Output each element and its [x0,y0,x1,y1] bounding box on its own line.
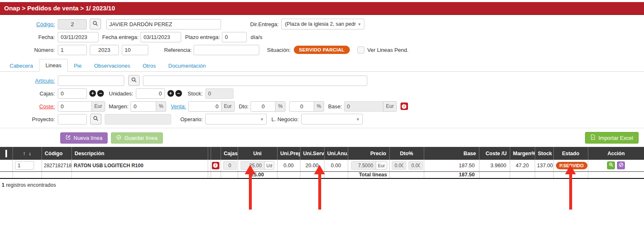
margen-input[interactable] [130,101,156,112]
row-select-cell[interactable] [0,160,12,171]
coste-input[interactable] [58,101,92,112]
row-dto1-input[interactable] [392,161,406,170]
articulo-code-input[interactable] [58,76,124,86]
codigo-search-button[interactable] [90,19,101,29]
fecha-label: Fecha: [0,34,55,40]
articulo-link[interactable]: Artículo: [35,78,55,84]
row-view-button[interactable] [607,161,615,169]
select-all-checkbox[interactable] [5,150,7,157]
tab-cabecera[interactable]: Cabecera [3,59,39,72]
tab-lineas[interactable]: Lineas [39,59,67,72]
venta-link[interactable]: Venta: [171,103,186,110]
margen-suffix: % [156,101,166,112]
accion-column-header: Acción [588,147,644,160]
dto-column-header: Dto% [389,147,424,160]
precio-column-header: Precio [348,147,389,160]
unidades-plus-button[interactable]: + [167,90,174,97]
totals-cell [277,171,300,178]
operario-select[interactable]: ▾ [205,114,267,124]
serie-input[interactable] [122,45,148,55]
row-cajas-input[interactable] [223,161,237,170]
row-descripcion-cell: RATON USB LOGITECH R100 [71,160,208,171]
ver-lineas-checkbox[interactable] [357,46,364,54]
breadcrumb: Onap > Pedidos de venta > 1/ 2023/10 [4,5,115,12]
plus-icon: + [169,91,172,96]
uni-prep-column-header: Uni.Prep. [277,147,300,160]
base-info-button[interactable]: i [401,103,408,110]
dto-label: Dto: [239,103,249,110]
dto1-input[interactable] [251,101,275,112]
ver-lineas-label: Ver Lineas Pend. [367,47,408,53]
row-uni-input[interactable] [241,161,265,170]
referencia-input[interactable] [194,45,259,55]
chevron-down-icon: ▾ [356,117,359,122]
proyecto-search-button[interactable] [90,114,101,124]
plazo-entrega-label: Plazo entrega: [185,34,220,40]
cajas-input[interactable] [58,88,87,99]
numero-input[interactable] [58,45,87,55]
lines-toolbar: Nueva línea Guardar línea x Importar Exc… [60,132,639,144]
numero-label: Número: [0,47,55,53]
page: Onap > Pedidos de venta > 1/ 2023/10 Cód… [0,0,644,227]
tab-bar: Cabecera Lineas Pie Observaciones Otros … [0,59,644,72]
dir-entrega-label: Dir.Entrega: [250,21,279,27]
nueva-linea-button[interactable]: Nueva línea [60,132,108,144]
dto2-input[interactable] [289,101,314,112]
row-cancel-button[interactable] [617,161,625,169]
articulo-desc-input[interactable] [143,76,367,86]
sort-up-icon[interactable]: ↑ [23,151,25,156]
guardar-linea-button[interactable]: Guardar línea [111,132,163,144]
dir-entrega-select[interactable]: (Plaza de la iglesia 2, san pedro del pi… [281,19,364,29]
ejercicio-input[interactable] [90,45,119,55]
proyecto-input[interactable] [58,114,87,124]
row-info-button[interactable]: i [212,162,219,169]
stock-label: Stock: [188,90,203,97]
margen-label: Margen: [109,103,129,110]
tab-otros[interactable]: Otros [136,59,162,72]
tab-documentacion[interactable]: Documentación [162,59,212,72]
plazo-entrega-input[interactable] [222,32,247,42]
estado-badge: P.SERVIDO [556,162,587,169]
row-codigo-cell: 2827182718345 [42,160,71,171]
order-header-form: Código: Dir.Entrega: (Plaza de la iglesi… [0,19,644,55]
base-input [344,101,383,112]
cajas-plus-button[interactable]: + [89,90,96,97]
row-stock-cell: 137.00 [535,160,553,171]
codigo-input[interactable] [58,19,87,29]
base-column-header: Base [424,147,479,160]
row-dto2-input[interactable] [408,161,423,170]
row-uni-prep-cell: 0.00 [277,160,300,171]
lines-table: ↑ ↓ Código Descripción Cajas Uni Uni.Pre… [0,147,644,179]
descripcion-column-header: Descripción [71,147,208,160]
l-negocio-select[interactable]: ▾ [301,114,363,124]
coste-link[interactable]: Coste: [39,103,55,110]
totals-cell [510,171,535,178]
codigo-column-header: Código [42,147,71,160]
order-header: ↑ ↓ [12,147,42,160]
coste-u-column-header: Coste /U [479,147,510,160]
row-precio-input[interactable] [351,161,376,170]
venta-input[interactable] [188,101,221,112]
tab-pie[interactable]: Pie [68,59,88,72]
uni-serv-column-header: Uni.Serv. [300,147,324,160]
row-order-input[interactable] [15,161,34,170]
cajas-minus-button[interactable]: − [97,90,104,97]
articulo-search-button[interactable] [128,75,140,86]
importar-excel-button[interactable]: x Importar Excel [585,132,639,144]
margen-group: % [130,101,166,112]
fecha-input[interactable] [58,32,98,42]
unidades-input[interactable] [136,88,165,99]
cliente-input[interactable] [106,19,221,29]
sort-down-icon[interactable]: ↓ [29,151,31,156]
tab-observaciones[interactable]: Observaciones [88,59,136,72]
venta-suffix: Eur [221,101,235,112]
unidades-minus-button[interactable]: − [175,90,182,97]
codigo-link[interactable]: Código: [36,21,55,27]
fecha-entrega-input[interactable] [140,32,181,42]
uni-anu-column-header: Uni.Anu. [324,147,348,160]
totals-cell [535,171,553,178]
plazo-suffix-label: día/s [251,34,262,40]
totals-cell [211,171,221,178]
totals-cell [221,171,238,178]
l-negocio-label: L. Negocio: [271,116,299,122]
